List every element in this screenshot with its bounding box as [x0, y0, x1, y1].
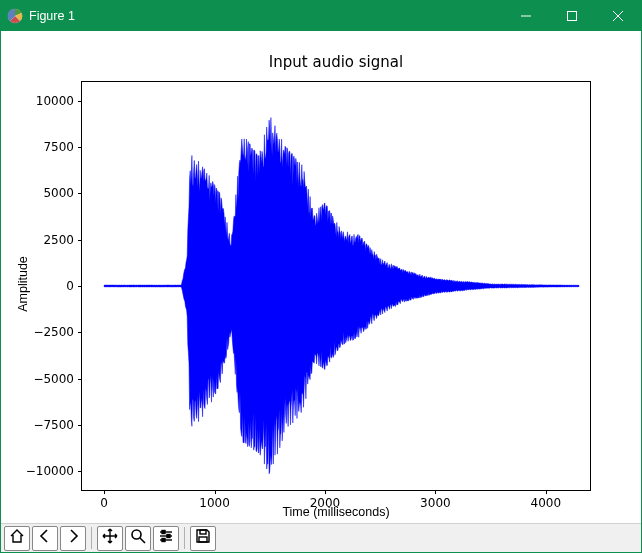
window-maximize-button[interactable] — [549, 1, 595, 31]
svg-rect-15 — [199, 537, 207, 542]
chart-axes: −10000−7500−5000−25000250050007500100000… — [81, 81, 591, 491]
audio-waveform-line — [82, 82, 590, 490]
matplotlib-icon — [7, 8, 23, 24]
y-tick-label: 0 — [66, 279, 74, 293]
home-icon — [9, 528, 25, 548]
y-tick-label: −5000 — [33, 372, 74, 386]
window-titlebar: Figure 1 — [1, 1, 641, 31]
toolbar-zoom-button[interactable] — [125, 526, 151, 551]
y-tick-label: −10000 — [26, 464, 74, 478]
zoom-icon — [130, 528, 146, 548]
matplotlib-toolbar — [1, 523, 641, 552]
toolbar-separator — [184, 527, 185, 549]
svg-line-7 — [140, 538, 145, 543]
toolbar-save-button[interactable] — [190, 526, 216, 551]
back-icon — [37, 528, 53, 548]
y-tick-label: −2500 — [33, 325, 74, 339]
svg-rect-14 — [200, 530, 206, 534]
y-tick-label: −7500 — [33, 418, 74, 432]
svg-rect-11 — [162, 531, 165, 534]
svg-point-6 — [132, 530, 141, 539]
y-tick-label: 7500 — [43, 140, 74, 154]
window-title: Figure 1 — [29, 9, 75, 23]
toolbar-forward-button[interactable] — [60, 526, 86, 551]
toolbar-home-button[interactable] — [4, 526, 30, 551]
chart-title: Input audio signal — [81, 53, 591, 71]
x-axis-label: Time (milliseconds) — [81, 505, 591, 519]
toolbar-subplots-button[interactable] — [153, 526, 179, 551]
svg-rect-13 — [162, 539, 165, 542]
subplots-icon — [158, 528, 174, 548]
save-icon — [195, 528, 211, 548]
svg-rect-2 — [568, 12, 577, 21]
toolbar-back-button[interactable] — [32, 526, 58, 551]
toolbar-pan-button[interactable] — [97, 526, 123, 551]
pan-icon — [102, 528, 118, 548]
y-tick-label: 5000 — [43, 186, 74, 200]
window-minimize-button[interactable] — [503, 1, 549, 31]
forward-icon — [65, 528, 81, 548]
figure-canvas: Input audio signal Amplitude −10000−7500… — [1, 31, 641, 523]
y-tick-label: 10000 — [36, 94, 74, 108]
y-tick-label: 2500 — [43, 233, 74, 247]
window-close-button[interactable] — [595, 1, 641, 31]
toolbar-separator — [91, 527, 92, 549]
svg-rect-12 — [167, 535, 170, 538]
y-axis-label: Amplitude — [0, 277, 7, 291]
